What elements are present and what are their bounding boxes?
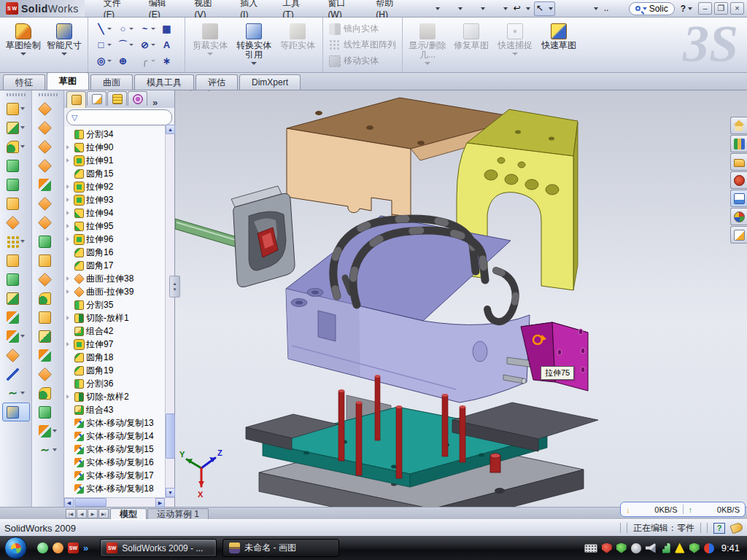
feature-tree-item[interactable]: 曲面-拉伸38	[64, 272, 174, 285]
tool-button[interactable]	[34, 137, 62, 156]
manager-tab[interactable]	[66, 91, 86, 108]
tool-button[interactable]	[34, 346, 62, 365]
manager-tab[interactable]	[128, 91, 147, 106]
ribbon-big-button[interactable]: 智能尺寸	[45, 20, 83, 70]
tool-button[interactable]	[34, 232, 62, 251]
manager-tab[interactable]	[87, 91, 107, 106]
feature-tree-item[interactable]: 拉伸90	[64, 141, 174, 154]
tool-button[interactable]	[34, 421, 62, 440]
chevron-down-icon[interactable]	[436, 7, 440, 10]
feature-tree-item[interactable]: 圆角18	[64, 351, 174, 364]
ribbon-button[interactable]: 转换实体引用	[233, 20, 274, 70]
chevron-down-icon[interactable]	[20, 335, 25, 338]
quick-launch-overflow[interactable]: »	[83, 542, 88, 553]
tab-scroll-button[interactable]: ▶	[88, 509, 98, 518]
tool-button[interactable]	[34, 365, 62, 384]
chevron-down-icon[interactable]	[20, 126, 25, 129]
chevron-down-icon[interactable]	[151, 28, 155, 30]
tool-button[interactable]	[34, 327, 62, 346]
tool-button[interactable]	[2, 118, 30, 137]
ribbon-stack-button[interactable]: 移动实体	[328, 54, 398, 68]
ribbon-button[interactable]: 等距实体	[277, 20, 318, 70]
feature-tree-item[interactable]: 切除-放样2	[64, 390, 174, 403]
feature-tree-item[interactable]: 圆角19	[64, 364, 174, 377]
quick-access-button[interactable]: ↩	[511, 1, 533, 16]
command-tab[interactable]: DimXpert	[239, 74, 301, 90]
sketch-entity-button[interactable]: ╭	[136, 53, 158, 69]
feature-tree-item[interactable]: 拉伸93	[64, 193, 174, 206]
chevron-down-icon[interactable]	[481, 7, 485, 10]
quick-access-button[interactable]	[444, 1, 465, 16]
feature-tree-item[interactable]: 分割35	[64, 298, 174, 311]
ribbon-button[interactable]: 剪裁实体	[190, 20, 231, 70]
quick-access-button[interactable]: ↖	[534, 1, 555, 16]
antivirus-tray-icon[interactable]	[602, 543, 612, 553]
chevron-down-icon[interactable]	[20, 107, 25, 110]
graphics-viewport[interactable]: ✕	[175, 90, 747, 507]
tool-button[interactable]	[34, 194, 62, 213]
ribbon-button[interactable]: 快速捕捉	[495, 20, 535, 70]
chevron-down-icon[interactable]	[251, 62, 257, 65]
quick-tips-button[interactable]: ?	[713, 523, 725, 534]
sketch-entity-button[interactable]: ╲	[93, 21, 115, 37]
media-app-icon[interactable]	[53, 542, 63, 553]
tool-button[interactable]	[2, 175, 30, 194]
feature-tree-item[interactable]: 组合43	[64, 403, 174, 416]
manager-tab[interactable]	[107, 91, 127, 106]
task-pane-tab[interactable]	[730, 190, 747, 207]
tool-button[interactable]	[34, 440, 62, 459]
scroll-right-button[interactable]: ▶	[155, 498, 165, 508]
ribbon-button[interactable]: 快速草图	[538, 20, 579, 70]
expand-arrow-icon[interactable]	[66, 316, 72, 320]
update-tray-icon[interactable]	[631, 543, 641, 553]
sketch-entity-button[interactable]: □	[93, 37, 115, 53]
feature-tree-item[interactable]: 圆角15	[64, 167, 174, 180]
chevron-down-icon[interactable]	[512, 52, 518, 55]
feature-tree-item[interactable]: 实体-移动/复制14	[64, 429, 174, 443]
quick-access-button[interactable]	[489, 1, 510, 16]
taskbar-task-button[interactable]: 未命名 - 画图	[222, 539, 339, 557]
sketch-entity-button[interactable]: ⌒	[115, 37, 136, 53]
taskbar-clock[interactable]: 9:41	[721, 542, 740, 553]
expand-arrow-icon[interactable]	[66, 237, 72, 241]
tab-scroll-button[interactable]: ◀	[77, 509, 87, 518]
chevron-down-icon[interactable]	[458, 7, 462, 10]
scroll-left-button[interactable]: ◀	[64, 498, 74, 508]
quick-access-button[interactable]: ..	[602, 1, 623, 16]
toolbar-drag-handle[interactable]	[7, 93, 26, 96]
protection-tray-icon[interactable]	[689, 543, 700, 553]
tool-button[interactable]	[34, 251, 62, 270]
task-pane-tab[interactable]	[730, 208, 747, 225]
expand-arrow-icon[interactable]	[66, 158, 72, 163]
command-tab[interactable]: 草图	[47, 72, 89, 90]
feature-tree-item[interactable]: 实体-移动/复制13	[64, 416, 174, 429]
tool-button[interactable]	[2, 232, 30, 251]
tool-button[interactable]	[2, 289, 30, 308]
feature-tree-item[interactable]: 分割36	[64, 377, 174, 390]
sketch-entity-button[interactable]: A	[158, 37, 180, 53]
tool-button[interactable]	[2, 270, 30, 289]
quick-access-button[interactable]	[579, 1, 600, 16]
tool-button[interactable]	[2, 251, 30, 270]
tool-button[interactable]	[34, 156, 62, 175]
tool-button[interactable]	[34, 99, 62, 118]
menu-item[interactable]: 帮助(H)	[367, 0, 413, 17]
tool-button[interactable]	[2, 327, 30, 346]
chevron-down-icon[interactable]	[207, 52, 213, 55]
chevron-down-icon[interactable]	[688, 7, 692, 10]
tree-filter-box[interactable]: ▽	[66, 109, 172, 125]
tool-button[interactable]	[34, 289, 62, 308]
chevron-down-icon[interactable]	[643, 7, 647, 10]
feature-tree-item[interactable]: 组合42	[64, 324, 174, 338]
model-tab[interactable]: 模型	[110, 508, 147, 519]
chevron-down-icon[interactable]	[594, 7, 598, 10]
chevron-down-icon[interactable]	[549, 7, 553, 10]
menu-item[interactable]: 视图(V)	[185, 0, 231, 17]
tool-button[interactable]	[2, 99, 30, 118]
help-button[interactable]: ?	[681, 4, 686, 14]
feature-tree-item[interactable]: 切除-放样1	[64, 311, 174, 324]
menu-item[interactable]: 窗口(W)	[319, 0, 367, 17]
close-button[interactable]: ×	[730, 2, 744, 15]
tool-button[interactable]	[34, 118, 62, 137]
signal-tray-icon[interactable]	[660, 543, 670, 553]
